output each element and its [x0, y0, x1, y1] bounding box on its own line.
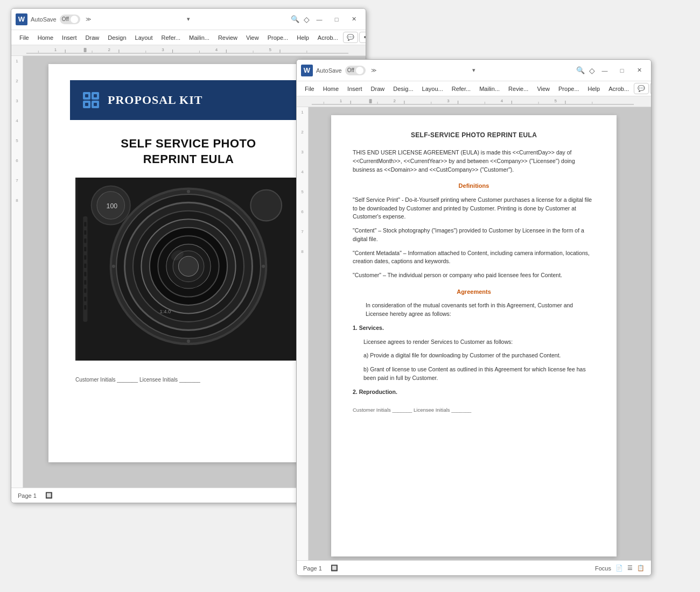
svg-rect-77: [538, 102, 539, 104]
autosave-toggle-front[interactable]: Off: [345, 66, 366, 75]
maximize-button-front[interactable]: □: [614, 64, 629, 77]
svg-text:100: 100: [107, 202, 118, 210]
definitions-heading: Definitions: [353, 181, 595, 191]
menu-layout-front[interactable]: Layou...: [418, 84, 447, 94]
expand-ribbon-btn[interactable]: ≫: [83, 15, 93, 23]
svg-rect-57: [84, 288, 86, 293]
def3-text: "Content Metadata" – Information attache…: [353, 249, 595, 266]
svg-rect-51: [84, 239, 86, 243]
focus-label-front[interactable]: Focus: [595, 565, 611, 572]
cover-footer-initials: Customer Initials _______ Licensee Initi…: [75, 377, 302, 383]
menu-properties-front[interactable]: Prope...: [555, 84, 583, 94]
comment-button[interactable]: 💬: [343, 32, 358, 43]
minimize-button-front[interactable]: —: [597, 64, 612, 77]
menu-bar-front: File Home Insert Draw Desig... Layou... …: [297, 81, 651, 96]
menu-acrobat[interactable]: Acrob...: [314, 33, 342, 43]
menu-insert-front[interactable]: Insert: [344, 84, 366, 94]
side-ruler-front: 1 2 3 4 5 6 7 8: [297, 107, 309, 560]
comment-icon-front: 💬: [638, 85, 645, 92]
svg-rect-78: [592, 102, 592, 104]
svg-rect-24: [85, 94, 88, 97]
def4-text: "Customer" – The individual person or co…: [353, 271, 595, 280]
editing-button[interactable]: ✏ Editing ›: [359, 32, 366, 43]
menu-references-front[interactable]: Refer...: [448, 84, 474, 94]
doc-area-front: 1 2 3 4 5 6 7 8 SELF-SERVICE PHOTO REPRI…: [297, 107, 651, 560]
menu-help[interactable]: Help: [293, 33, 313, 43]
svg-rect-49: [84, 222, 86, 227]
svg-rect-10: [226, 50, 227, 53]
doc-page-back: PROPOSAL KIT SELF SERVICE PHOTO REPRINT …: [48, 64, 328, 462]
agreements-intro-text: In consideration of the mutual covenants…: [353, 301, 595, 319]
menu-file-front[interactable]: File: [301, 84, 318, 94]
menu-design[interactable]: Design: [104, 33, 130, 43]
menu-file[interactable]: File: [16, 33, 33, 43]
maximize-button[interactable]: □: [329, 13, 344, 26]
camera-lens-svg: 100: [75, 178, 302, 361]
word-count-icon-front: 🔲: [331, 565, 338, 572]
search-button-front[interactable]: 🔍: [574, 64, 587, 77]
menu-references[interactable]: Refer...: [158, 33, 184, 43]
svg-rect-27: [94, 103, 97, 106]
view-icon2-front[interactable]: ☰: [627, 565, 633, 572]
svg-rect-1: [26, 53, 348, 54]
menu-mailings-front[interactable]: Mailin...: [475, 84, 503, 94]
menu-design-front[interactable]: Desig...: [389, 84, 417, 94]
menu-home-front[interactable]: Home: [319, 84, 342, 94]
menu-home[interactable]: Home: [34, 33, 57, 43]
svg-point-43: [250, 190, 282, 221]
svg-rect-74: [377, 102, 378, 104]
title-bar-right-front: 🔍 ◇ — □ ✕: [531, 64, 647, 77]
svg-rect-0: [11, 45, 366, 56]
toggle-knob-front: [356, 67, 363, 74]
svg-rect-13: [92, 51, 93, 53]
menu-help-front[interactable]: Help: [584, 84, 604, 94]
svg-rect-53: [84, 255, 86, 259]
close-button-front[interactable]: ✕: [632, 64, 647, 77]
autosave-toggle[interactable]: Off: [60, 15, 80, 24]
menu-view-front[interactable]: View: [533, 84, 554, 94]
comment-button-front[interactable]: 💬: [634, 83, 649, 94]
service-a-text: a) Provide a digital file for downloadin…: [353, 351, 595, 360]
menu-mailings[interactable]: Mailin...: [185, 33, 213, 43]
word-icon: W: [16, 13, 27, 25]
ruler-back: 1 2 3 4 5: [11, 45, 366, 56]
svg-text:5: 5: [555, 98, 557, 103]
menu-view[interactable]: View: [242, 33, 263, 43]
editing-button-front[interactable]: ✏ Editing ›: [650, 83, 652, 94]
svg-rect-9: [172, 50, 173, 53]
menu-properties[interactable]: Prope...: [264, 33, 292, 43]
menu-acrobat-front[interactable]: Acrob...: [605, 84, 633, 94]
eula-doc-title: SELF-SERVICE PHOTO REPRINT EULA: [353, 131, 595, 139]
svg-rect-70: [458, 101, 458, 104]
menu-layout[interactable]: Layout: [131, 33, 157, 43]
svg-rect-52: [84, 247, 86, 251]
ruler-front: 1 2 3 4 5: [297, 96, 651, 107]
minimize-button[interactable]: —: [312, 13, 327, 26]
menu-draw[interactable]: Draw: [82, 33, 103, 43]
svg-rect-76: [485, 102, 485, 104]
services-intro-text: Licensee agrees to render Services to Cu…: [353, 338, 595, 347]
view-icon1-front[interactable]: 📄: [615, 565, 623, 572]
close-button[interactable]: ✕: [346, 13, 361, 26]
title-bar-center: ▾: [131, 16, 246, 23]
comment-icon: 💬: [347, 34, 354, 41]
svg-text:2: 2: [393, 98, 396, 103]
pk-logo: [81, 90, 101, 110]
menu-review-front[interactable]: Revie...: [505, 84, 532, 94]
title-bar-right: 🔍 ◇ — □ ✕: [246, 13, 361, 26]
view-icon3-front[interactable]: 📋: [637, 565, 645, 572]
ruler-svg-front: 1 2 3 4 5: [297, 96, 651, 107]
menu-insert[interactable]: Insert: [58, 33, 81, 43]
page-indicator-front: Page 1: [303, 565, 322, 572]
svg-rect-14: [145, 51, 146, 53]
svg-rect-8: [118, 50, 119, 53]
agreements-heading: Agreements: [353, 287, 595, 297]
svg-rect-59: [84, 305, 86, 309]
window-title-text-front: ▾: [472, 67, 475, 74]
def2-text: "Content" – Stock photography ("images")…: [353, 227, 595, 244]
autosave-label-front: AutoSave: [316, 67, 342, 74]
menu-review[interactable]: Review: [214, 33, 241, 43]
search-button[interactable]: 🔍: [289, 13, 302, 26]
expand-ribbon-btn-front[interactable]: ≫: [369, 66, 379, 74]
menu-draw-front[interactable]: Draw: [367, 84, 389, 94]
